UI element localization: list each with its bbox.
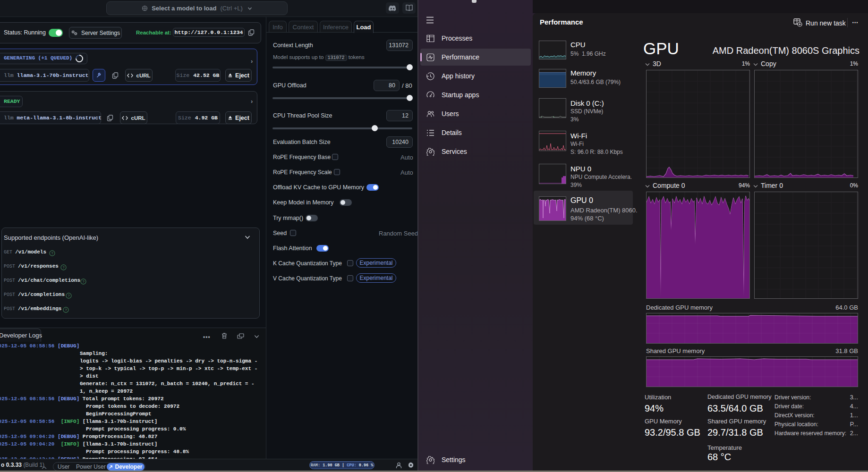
svg-text:?: ? xyxy=(68,294,69,298)
svg-text:?: ? xyxy=(65,308,67,312)
svg-text:?: ? xyxy=(62,265,64,270)
svg-text:?: ? xyxy=(82,279,84,284)
svg-text:?: ? xyxy=(51,251,53,255)
